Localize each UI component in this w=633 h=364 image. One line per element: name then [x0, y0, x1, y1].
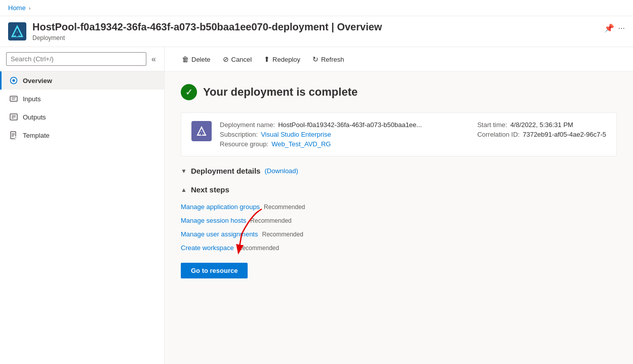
redeploy-label: Redeploy — [272, 56, 300, 63]
resource-group-link[interactable]: Web_Test_AVD_RG — [271, 140, 331, 148]
info-left: Deployment name: HostPool-f0a19342-36fa-… — [191, 121, 457, 148]
step-row-manage-session-hosts: Manage session hosts Recommended — [181, 214, 617, 227]
step-row-manage-user-assignments: Manage user assignments Recommended — [181, 227, 617, 241]
deployment-name-row: Deployment name: HostPool-f0a19342-36fa-… — [220, 121, 422, 129]
page-header: HostPool-f0a19342-36fa-463f-a073-b50baa1… — [0, 16, 633, 47]
step-row-manage-app-groups: Manage application groups Recommended — [181, 200, 617, 214]
page-header-actions: 📌 ··· — [604, 23, 625, 33]
search-input[interactable] — [6, 52, 146, 66]
search-bar: « — [0, 47, 164, 71]
step-row-create-workspace: Create workspace Recommended — [181, 241, 617, 255]
deployment-details-toggle: ▼ — [181, 168, 187, 175]
info-right: Start time: 4/8/2022, 5:36:31 PM Correla… — [457, 121, 606, 138]
sidebar-item-overview-label: Overview — [23, 77, 52, 85]
breadcrumb-home[interactable]: Home — [8, 4, 26, 12]
manage-user-assignments-link[interactable]: Manage user assignments — [181, 230, 258, 238]
refresh-button[interactable]: ↻ Refresh — [307, 52, 349, 66]
correlation-id-value: 7372eb91-af05-4ae2-96c7-5 — [523, 131, 606, 138]
breadcrumb-separator: › — [29, 5, 31, 11]
next-steps-toggle: ▲ — [181, 186, 187, 193]
manage-session-hosts-badge: Recommended — [250, 217, 291, 224]
redeploy-button[interactable]: ⬆ Redeploy — [259, 52, 305, 66]
sidebar-item-template[interactable]: Template — [0, 126, 164, 144]
sidebar-item-template-label: Template — [23, 132, 50, 139]
deployment-box-icon — [191, 121, 212, 141]
resource-icon — [8, 22, 26, 41]
main-layout: « Overview Inputs — [0, 47, 633, 364]
page-header-text: HostPool-f0a19342-36fa-463f-a073-b50baa1… — [32, 20, 598, 42]
correlation-id-row: Correlation ID: 7372eb91-af05-4ae2-96c7-… — [477, 131, 606, 138]
next-steps-section: ▲ Next steps Manage application groups R… — [181, 185, 617, 278]
deployment-details-label: Deployment details — [191, 167, 261, 175]
start-time-value: 4/8/2022, 5:36:31 PM — [510, 121, 573, 129]
refresh-label: Refresh — [321, 56, 344, 63]
toolbar: 🗑 Delete ⊘ Cancel ⬆ Redeploy ↻ Refresh — [165, 47, 633, 72]
sidebar: « Overview Inputs — [0, 47, 165, 364]
next-steps-label: Next steps — [191, 185, 229, 194]
template-icon — [10, 131, 18, 139]
manage-user-assignments-badge: Recommended — [262, 231, 303, 238]
deployment-name-value: HostPool-f0a19342-36fa-463f-a073-b50baa1… — [278, 121, 422, 129]
go-to-resource-button[interactable]: Go to resource — [181, 263, 248, 278]
svg-rect-21 — [201, 132, 203, 135]
overview-icon — [10, 76, 18, 85]
svg-rect-3 — [16, 32, 19, 36]
refresh-icon: ↻ — [312, 55, 319, 63]
sidebar-item-outputs-label: Outputs — [23, 113, 46, 121]
cancel-icon: ⊘ — [223, 55, 229, 63]
collapse-button[interactable]: « — [149, 54, 158, 65]
sidebar-item-outputs[interactable]: Outputs — [0, 108, 164, 126]
subscription-row: Subscription: Visual Studio Enterprise — [220, 131, 422, 138]
resource-group-label: Resource group: — [220, 140, 268, 148]
manage-app-groups-link[interactable]: Manage application groups — [181, 203, 260, 211]
subscription-label: Subscription: — [220, 131, 258, 138]
page-title: HostPool-f0a19342-36fa-463f-a073-b50baa1… — [32, 20, 598, 33]
success-icon: ✓ — [181, 84, 197, 100]
manage-app-groups-badge: Recommended — [264, 204, 305, 211]
outputs-icon — [10, 113, 18, 121]
download-link[interactable]: (Download) — [264, 167, 298, 175]
next-steps-header[interactable]: ▲ Next steps — [181, 185, 617, 194]
content-area: 🗑 Delete ⊘ Cancel ⬆ Redeploy ↻ Refresh ✓… — [165, 47, 633, 364]
cancel-button[interactable]: ⊘ Cancel — [218, 52, 257, 66]
deployment-content: ✓ Your deployment is complete — [165, 72, 633, 291]
delete-label: Delete — [191, 56, 211, 63]
sidebar-item-inputs[interactable]: Inputs — [0, 90, 164, 108]
subscription-link[interactable]: Visual Studio Enterprise — [261, 131, 331, 138]
info-fields: Deployment name: HostPool-f0a19342-36fa-… — [220, 121, 422, 148]
start-time-row: Start time: 4/8/2022, 5:36:31 PM — [477, 121, 606, 129]
resource-group-row: Resource group: Web_Test_AVD_RG — [220, 140, 422, 148]
start-time-label: Start time: — [477, 121, 507, 129]
create-workspace-link[interactable]: Create workspace — [181, 244, 234, 252]
deployment-info-grid: Deployment name: HostPool-f0a19342-36fa-… — [181, 112, 617, 156]
more-options-icon[interactable]: ··· — [618, 24, 625, 33]
svg-rect-6 — [10, 96, 17, 101]
go-to-resource-container: Go to resource — [181, 255, 248, 278]
svg-point-5 — [13, 79, 15, 82]
create-workspace-badge: Recommended — [238, 245, 279, 252]
sidebar-item-overview[interactable]: Overview — [0, 71, 164, 90]
delete-button[interactable]: 🗑 Delete — [177, 52, 216, 66]
deployment-complete-title: Your deployment is complete — [203, 86, 358, 99]
deployment-name-label: Deployment name: — [220, 121, 275, 129]
sidebar-item-inputs-label: Inputs — [23, 95, 41, 103]
cancel-label: Cancel — [231, 56, 252, 63]
deployment-complete-header: ✓ Your deployment is complete — [181, 84, 617, 100]
inputs-icon — [10, 95, 18, 103]
manage-session-hosts-link[interactable]: Manage session hosts — [181, 217, 246, 224]
deployment-details-section[interactable]: ▼ Deployment details (Download) — [181, 167, 617, 175]
pin-icon[interactable]: 📌 — [604, 23, 614, 33]
correlation-id-label: Correlation ID: — [477, 131, 520, 138]
breadcrumb-bar: Home › — [0, 0, 633, 16]
delete-icon: 🗑 — [182, 55, 189, 63]
page-subtitle: Deployment — [32, 34, 598, 42]
redeploy-icon: ⬆ — [264, 55, 270, 63]
